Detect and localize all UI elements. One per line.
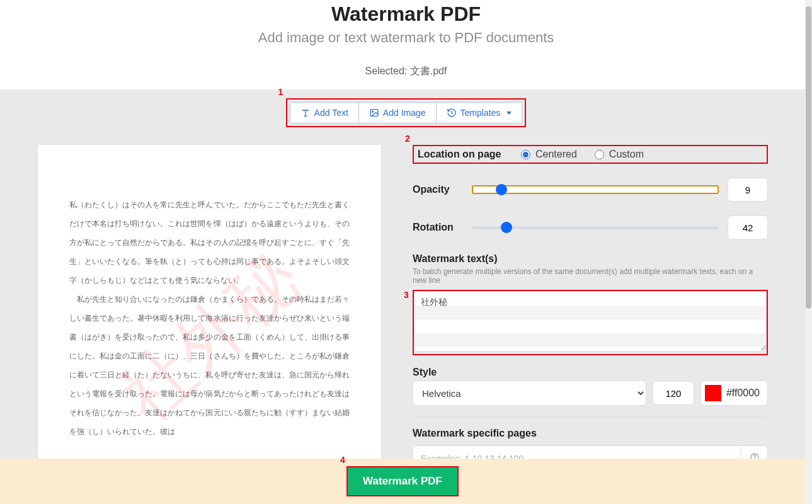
watermark-pdf-button[interactable]: Watermark PDF	[348, 467, 457, 495]
annotation-box-4: 4 Watermark PDF	[346, 466, 459, 496]
scrollbar[interactable]	[805, 0, 812, 504]
history-icon	[447, 108, 457, 118]
color-swatch	[705, 385, 721, 401]
watermark-text-label: Watermark text(s)	[413, 253, 768, 265]
color-picker[interactable]: #ff0000	[700, 381, 768, 406]
settings-panel: 2 Location on page Centered Custom Opaci…	[406, 145, 774, 490]
preview-document-text: 私（わたくし）はその人を常に先生と呼んでいた。だからここでもただ先生と書くだけで…	[69, 195, 350, 441]
opacity-row: Opacity	[413, 178, 768, 202]
rotation-row: Rotation	[413, 215, 768, 239]
watermark-text-help: To batch generate multiple versions of t…	[413, 267, 768, 285]
selected-file-label: Selected: 文書.pdf	[0, 65, 812, 78]
add-text-button[interactable]: Add Text	[290, 103, 359, 123]
annotation-number-4: 4	[340, 455, 345, 465]
page-subtitle: Add image or text watermark to PDF docum…	[0, 30, 812, 46]
divider	[413, 417, 768, 418]
annotation-number-2: 2	[405, 134, 410, 144]
style-label: Style	[413, 367, 768, 378]
toolbar-area: 1 Add Text Add Image Templates	[0, 89, 812, 136]
main: 私（わたくし）はその人を常に先生と呼んでいた。だからここでもただ先生と書くだけで…	[0, 136, 812, 476]
annotation-number-1: 1	[278, 87, 283, 97]
scrollbar-thumb[interactable]	[806, 6, 811, 309]
opacity-input[interactable]	[728, 178, 768, 202]
rotation-input[interactable]	[728, 215, 768, 239]
pages-label: Watermark specific pages	[413, 428, 768, 439]
svg-point-1	[372, 111, 374, 112]
radio-centered[interactable]: Centered	[521, 149, 577, 160]
watermark-text-input[interactable]: 社外秘	[414, 291, 767, 352]
page-title: Watermark PDF	[0, 3, 812, 26]
radio-custom[interactable]: Custom	[595, 149, 644, 160]
rotation-label: Rotation	[413, 222, 463, 233]
location-label: Location on page	[418, 149, 512, 160]
chevron-down-icon	[506, 112, 512, 115]
font-size-input[interactable]	[653, 381, 694, 405]
font-select[interactable]: Helvetica	[413, 381, 646, 406]
text-icon	[300, 108, 311, 118]
header: Watermark PDF Add image or text watermar…	[0, 0, 812, 89]
style-row: Helvetica #ff0000	[413, 381, 768, 406]
pdf-preview[interactable]: 私（わたくし）はその人を常に先生と呼んでいた。だからここでもただ先生と書くだけで…	[38, 145, 381, 476]
location-radio-group: Centered Custom	[521, 149, 644, 160]
radio-custom-input[interactable]	[595, 150, 604, 159]
templates-button[interactable]: Templates	[437, 103, 522, 123]
add-image-button[interactable]: Add Image	[359, 103, 437, 123]
opacity-slider[interactable]	[472, 183, 719, 196]
rotation-slider[interactable]	[472, 221, 719, 234]
footer: 4 Watermark PDF	[0, 459, 805, 504]
annotation-number-3: 3	[404, 290, 409, 300]
radio-centered-input[interactable]	[521, 150, 530, 159]
toolbar: Add Text Add Image Templates	[290, 102, 523, 123]
opacity-label: Opacity	[413, 184, 463, 195]
image-icon	[369, 108, 379, 118]
annotation-box-3: 3 社外秘	[413, 290, 768, 355]
annotation-box-1: 1 Add Text Add Image Templates	[286, 98, 527, 127]
annotation-box-2: 2 Location on page Centered Custom	[413, 145, 768, 164]
color-value: #ff0000	[726, 387, 760, 399]
